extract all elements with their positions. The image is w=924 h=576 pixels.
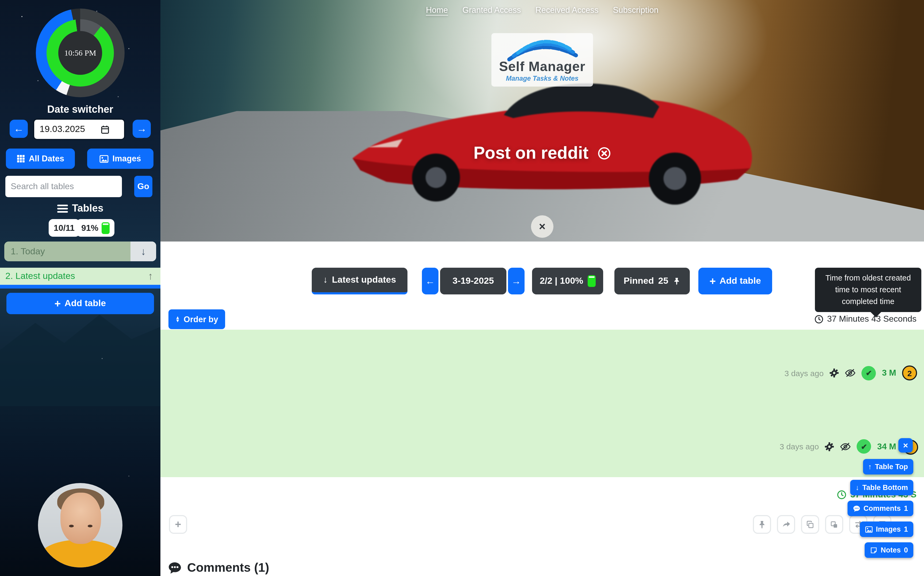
- nav-subscription[interactable]: Subscription: [613, 5, 659, 15]
- context-menu-close-button[interactable]: ×: [898, 438, 913, 453]
- date-input[interactable]: [38, 123, 101, 135]
- search-input[interactable]: [5, 176, 122, 197]
- arrow-left-icon: ←: [14, 123, 24, 134]
- table-context-menu: ↑ Table Top ↓ Table Bottom Comments 1 Im…: [847, 459, 913, 558]
- complete-check-button[interactable]: ✔: [857, 439, 871, 454]
- images-label: Images: [112, 154, 141, 163]
- app-logo-card: Self Manager Manage Tasks & Notes: [491, 33, 593, 86]
- arrow-up-icon: ↑: [148, 270, 153, 282]
- app-logo-icon: [502, 34, 582, 62]
- active-table-indicator: [0, 285, 160, 288]
- app-root: 10:56 PM Date switcher ← → All Dates: [0, 0, 924, 576]
- sidebar: 10:56 PM Date switcher ← → All Dates: [0, 0, 160, 576]
- speech-bubble-icon: [853, 505, 860, 512]
- clock-progress-ring: 10:56 PM: [47, 19, 114, 86]
- speech-bubble-icon: [168, 561, 182, 574]
- sidebar-item-today[interactable]: 1. Today ↓: [4, 242, 156, 261]
- arrow-up-icon: ↑: [868, 463, 872, 471]
- arrow-right-icon: →: [136, 123, 147, 134]
- images-button[interactable]: Images: [87, 149, 154, 169]
- table-item-label: 1. Today: [4, 246, 130, 257]
- table-bottom-button[interactable]: ↓ Table Bottom: [850, 480, 913, 495]
- share-arrow-icon: [781, 520, 791, 529]
- hero-close-button[interactable]: ×: [531, 215, 553, 238]
- complete-check-button[interactable]: ✔: [862, 366, 876, 380]
- add-table-button[interactable]: + Add table: [698, 268, 772, 294]
- update-item-meta: 3 days ago ✔ 34 M: [780, 439, 896, 454]
- close-icon: ×: [539, 220, 546, 233]
- user-avatar: [38, 483, 122, 568]
- nav-received-access[interactable]: Received Access: [535, 5, 598, 15]
- search-go-button[interactable]: Go: [134, 176, 152, 197]
- hamburger-icon[interactable]: [57, 204, 67, 213]
- updates-section: [160, 330, 924, 477]
- union-squares-icon: [830, 520, 839, 529]
- add-row-button[interactable]: +: [169, 515, 187, 534]
- plus-icon: +: [175, 518, 181, 531]
- sidebar-item-latest-updates[interactable]: 2. Latest updates ↑: [0, 268, 160, 285]
- nav-home[interactable]: Home: [426, 5, 448, 15]
- next-date-button[interactable]: →: [133, 120, 151, 138]
- item-age: 3 days ago: [780, 442, 819, 451]
- duration-tooltip: Time from oldest created time to most re…: [815, 268, 921, 312]
- grid-icon: [16, 154, 25, 163]
- image-icon: [100, 154, 109, 163]
- prev-date-button[interactable]: ←: [10, 120, 28, 138]
- clock-icon: [814, 314, 823, 323]
- next-day-button[interactable]: →: [508, 268, 525, 294]
- gear-icon[interactable]: [829, 368, 839, 378]
- logo-title: Self Manager: [499, 60, 585, 73]
- arrow-right-icon: →: [512, 275, 521, 286]
- share-button[interactable]: [777, 515, 795, 534]
- notes-button[interactable]: Notes 0: [865, 542, 913, 558]
- logo-subtitle: Manage Tasks & Notes: [506, 75, 578, 82]
- latest-updates-tab[interactable]: ↓ Latest updates: [312, 268, 407, 294]
- clock-icon: [837, 490, 847, 499]
- duplicate-button[interactable]: [825, 515, 843, 534]
- add-table-label: Add table: [64, 298, 106, 309]
- comments-heading: Comments (1): [168, 560, 269, 575]
- duration-text: 37 Minutes 43 Seconds: [814, 314, 916, 324]
- battery-icon: [102, 222, 110, 234]
- calendar-icon[interactable]: [101, 125, 110, 134]
- order-by-button[interactable]: ▲▼ Order by: [168, 309, 225, 329]
- all-dates-label: All Dates: [29, 154, 64, 163]
- tables-title-label: Tables: [72, 203, 103, 214]
- item-count-badge[interactable]: 2: [902, 365, 917, 381]
- nav-granted-access[interactable]: Granted Access: [462, 5, 521, 15]
- circle-x-icon[interactable]: [597, 146, 611, 160]
- table-top-button[interactable]: ↑ Table Top: [863, 459, 913, 475]
- current-date-button[interactable]: 3-19-2025: [440, 268, 506, 294]
- prev-day-button[interactable]: ←: [422, 268, 438, 294]
- avatar-face: [61, 493, 101, 544]
- pushpin-icon: [758, 520, 766, 529]
- all-dates-button[interactable]: All Dates: [6, 149, 75, 169]
- copy-button[interactable]: [801, 515, 819, 534]
- comments-button[interactable]: Comments 1: [847, 501, 913, 516]
- arrow-down-icon: ↓: [323, 275, 328, 285]
- date-input-wrap: [34, 120, 124, 139]
- tables-section-title: Tables: [0, 203, 160, 214]
- check-icon: ✔: [866, 369, 872, 377]
- pin-table-button[interactable]: [753, 515, 771, 534]
- item-duration: 34 M: [877, 442, 896, 451]
- gear-icon[interactable]: [825, 442, 834, 451]
- eye-slash-icon[interactable]: [840, 441, 851, 452]
- images-button[interactable]: Images 1: [860, 522, 913, 537]
- hero-header: Home Granted Access Received Access Subs…: [160, 0, 924, 242]
- tables-count-badge: 10/11: [49, 219, 80, 237]
- page-title: Post on reddit: [473, 143, 589, 163]
- page-title-row: Post on reddit: [160, 143, 924, 163]
- pinned-tables-button[interactable]: Pinned 25: [614, 268, 690, 294]
- plus-icon: +: [709, 276, 716, 286]
- image-icon: [865, 525, 873, 533]
- progress-badge: 2/2 | 100%: [532, 268, 603, 294]
- check-icon: ✔: [861, 442, 867, 451]
- sidebar-add-table-button[interactable]: + Add table: [6, 293, 154, 314]
- note-icon: [870, 546, 877, 554]
- move-up-button[interactable]: ↑: [148, 270, 160, 282]
- eye-slash-icon[interactable]: [845, 368, 856, 378]
- move-down-button[interactable]: ↓: [130, 242, 156, 261]
- battery-icon: [587, 275, 595, 287]
- pushpin-icon: [673, 277, 681, 285]
